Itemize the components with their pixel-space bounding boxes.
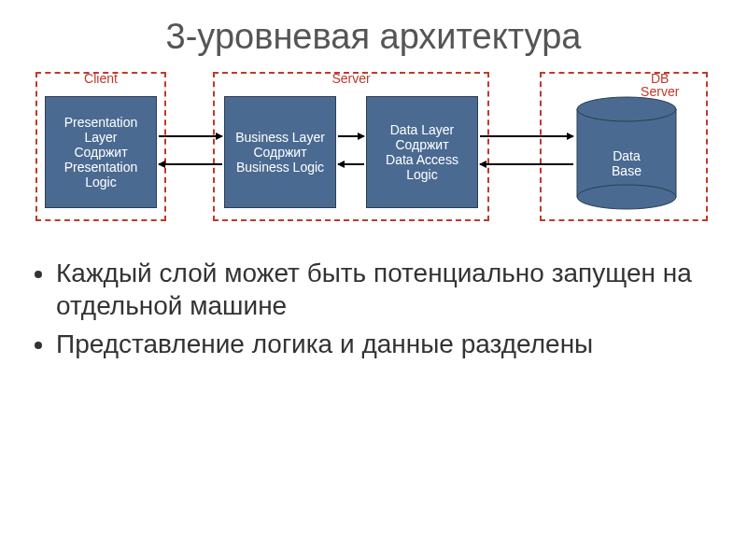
presentation-layer-box: Presentation Layer Содржит Presentation … (45, 96, 157, 208)
database-label: Data Base (575, 148, 678, 178)
arrow-business-to-presentation (159, 163, 222, 165)
bullet-item: Каждый слой может быть потенциально запу… (56, 257, 747, 322)
arrow-presentation-to-business (159, 135, 222, 137)
bullet-item: Представление логика и данные разделены (56, 328, 747, 360)
database-cylinder: Data Base (575, 96, 678, 210)
business-layer-box: Business Layer Содржит Business Logic (224, 96, 336, 208)
slide-title: 3-уровневая архитектура (0, 0, 747, 70)
architecture-diagram: Client Presentation Layer Содржит Presen… (28, 70, 719, 229)
group-client-label: Client (84, 72, 118, 85)
arrow-data-to-business (338, 163, 364, 165)
group-server-label: Server (331, 72, 370, 85)
svg-point-4 (577, 185, 676, 209)
bullet-list: Каждый слой может быть потенциально запу… (0, 257, 747, 360)
arrow-business-to-data (338, 135, 364, 137)
group-dbserver-label: DB Server (637, 72, 683, 98)
arrow-database-to-data (480, 163, 573, 165)
arrow-data-to-database (480, 135, 573, 137)
data-layer-box: Data Layer Содржит Data Access Logic (366, 96, 478, 208)
